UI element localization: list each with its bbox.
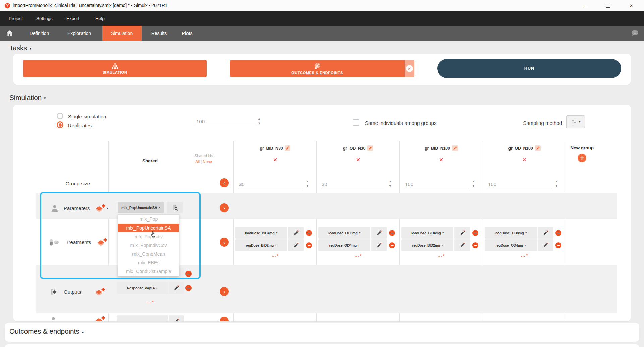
edit-treatment-button[interactable] [454,227,470,239]
remove-treatment-button[interactable] [555,230,561,236]
parameters-select[interactable]: mlx_PopUncertainSA ▾ [118,202,164,213]
edit-treatment-button[interactable] [371,227,387,239]
group-size-stepper[interactable]: ▲▼ [472,180,475,188]
simulation-task-button[interactable]: SIMULATION [23,60,207,77]
clipped-select[interactable] [117,315,168,321]
edit-treatment-button[interactable] [288,239,304,251]
edit-group-button[interactable] [535,145,541,151]
outcomes-task-button[interactable]: OUTCOMES & ENDPOINTS [230,60,405,77]
tab-definition[interactable]: Definition [25,26,53,41]
view-parameters-button[interactable] [167,202,183,213]
add-group-button[interactable]: + [578,154,586,162]
sampling-method-dropdown[interactable]: ▾ [566,115,585,128]
dropdown-option[interactable]: mlx_PopIndivCov [118,241,179,250]
stepper-up-icon[interactable]: ▲ [258,117,261,120]
treatment-select[interactable]: regDose_BID2mg▾ [401,239,453,251]
more-treatments-link[interactable]: ...▾ [234,253,316,258]
dropdown-option[interactable]: mlx_EBEs [118,258,179,267]
edit-group-button[interactable] [367,145,373,151]
edit-treatment-button[interactable] [454,239,470,251]
add-item-icon[interactable] [95,316,105,321]
expand-row-button[interactable]: › [220,203,229,212]
edit-group-button[interactable] [452,145,458,151]
maximize-button[interactable] [599,0,617,11]
chat-bubble-icon[interactable] [630,29,639,37]
remove-treatment-button[interactable] [389,230,395,236]
menu-export[interactable]: Export [64,11,82,26]
expand-row-button[interactable]: › [220,287,229,296]
remove-treatment-button[interactable] [306,242,312,248]
tab-results[interactable]: Results [149,26,169,41]
same-individuals-checkbox[interactable] [353,119,359,126]
delete-group-button[interactable]: ✕ [400,157,482,163]
output-select[interactable]: Response_day14▾ [117,282,168,294]
replicates-count-input[interactable] [196,119,255,126]
delete-group-button[interactable]: ✕ [317,157,399,163]
remove-treatment-button[interactable] [306,230,312,236]
tab-exploration[interactable]: Exploration [64,26,95,41]
add-output-icon[interactable] [95,288,105,297]
tasks-section-header[interactable]: Tasks▾ [9,44,31,52]
simulation-section-header[interactable]: Simulation▾ [9,94,46,102]
remove-output-button[interactable] [185,285,192,291]
dropdown-option[interactable]: mlx_CondMean [118,250,179,258]
stepper-down-icon[interactable]: ▼ [258,122,261,125]
group-size-input[interactable] [238,181,303,188]
single-simulation-radio[interactable] [57,113,63,119]
dropdown-option[interactable]: mlx_PopIndiv [118,232,179,241]
more-treatments-link[interactable]: ...▾ [400,253,482,258]
menu-project[interactable]: Project [7,11,25,26]
collapse-row-button[interactable]: ‹ [220,178,229,187]
shared-ids-all-link[interactable]: All [195,160,200,164]
more-treatments-link[interactable]: ...▾ [317,253,399,258]
outcomes-section-header[interactable]: Outcomes & endpoints▸ [9,327,84,335]
treatment-select[interactable]: loadDose_OD8mg▾ [318,227,370,239]
edit-treatment-button[interactable] [371,239,387,251]
delete-group-button[interactable]: ✕ [483,157,566,163]
dropdown-option-selected[interactable]: mlx_PopUncertainSA [118,224,179,232]
replicates-radio[interactable] [57,121,63,128]
edit-treatment-button[interactable] [538,239,553,251]
remove-treatment-button[interactable] [555,242,561,248]
delete-group-button[interactable]: ✕ [234,157,316,163]
treatment-select[interactable]: regDose_OD4mg▾ [318,239,370,251]
treatment-select[interactable]: loadDose_OD8mg▾ [485,227,537,239]
treatment-select[interactable]: loadDose_BID4mg▾ [401,227,453,239]
add-treatment-icon[interactable] [97,238,107,247]
add-parameters-icon[interactable] [95,204,106,213]
remove-treatment-button[interactable] [472,230,478,236]
more-treatments-link[interactable]: ...▾ [483,253,566,258]
edit-treatment-button[interactable] [538,227,553,239]
remove-treatment-button[interactable] [389,242,395,248]
dropdown-option[interactable]: mlx_Pop [118,215,179,224]
close-button[interactable]: ✕ [623,0,640,11]
group-size-input[interactable] [487,181,552,188]
treatment-select[interactable]: regDose_OD4mg▾ [485,239,537,251]
edit-group-button[interactable] [285,145,290,151]
collapse-row-button[interactable]: ‹ [220,238,229,247]
treatment-select[interactable]: loadDose_BID4mg▾ [235,227,287,239]
treatment-select[interactable]: regDose_BID2mg▾ [235,239,287,251]
remove-output-button[interactable] [185,271,192,277]
edit-output-button[interactable] [169,282,184,294]
replicates-stepper[interactable]: ▲▼ [258,117,261,125]
group-size-stepper[interactable]: ▲▼ [389,180,392,188]
edit-treatment-button[interactable] [288,227,304,239]
group-size-stepper[interactable]: ▲▼ [555,180,558,188]
tab-simulation[interactable]: Simulation [102,26,142,41]
group-size-stepper[interactable]: ▲▼ [306,180,309,188]
home-icon[interactable] [6,29,14,37]
tab-plots[interactable]: Plots [178,26,196,41]
minimize-button[interactable]: – [576,0,594,11]
run-button[interactable]: RUN [437,59,621,78]
dropdown-option[interactable]: mlx_CondDistSample [118,267,179,276]
group-size-input[interactable] [404,181,469,188]
group-size-input[interactable] [321,181,385,188]
expand-row-button[interactable]: › [220,317,229,321]
menu-help[interactable]: Help [93,11,107,26]
menu-settings[interactable]: Settings [34,11,55,26]
more-outputs-link[interactable]: ...▾ [117,299,184,304]
remove-treatment-button[interactable] [472,242,478,248]
shared-ids-none-link[interactable]: None [203,160,212,164]
edit-clipped-button[interactable] [169,315,184,321]
